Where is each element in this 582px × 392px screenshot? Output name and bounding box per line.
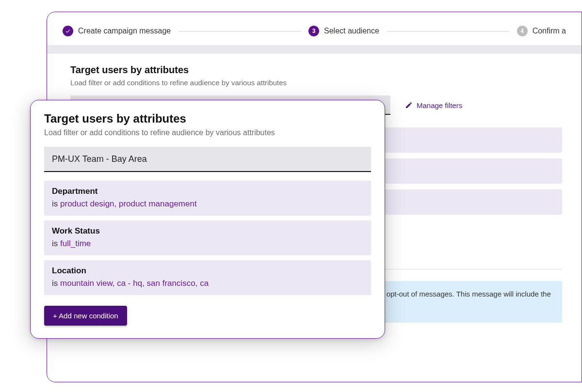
- modal-subtitle: Load filter or add conditions to refine …: [44, 128, 371, 137]
- step-4[interactable]: 4 Confirm a: [517, 26, 566, 36]
- add-condition-button[interactable]: + Add new condition: [44, 306, 127, 326]
- condition-op: is: [52, 199, 58, 208]
- condition-op: is: [52, 279, 58, 288]
- target-users-modal: Target users by attributes Load filter o…: [30, 100, 385, 339]
- condition-values: full_time: [60, 239, 91, 248]
- step-line: [387, 31, 509, 31]
- panel-title: Target users by attributes: [70, 64, 562, 76]
- condition-values: mountain view, ca - hq, san francisco, c…: [60, 279, 209, 288]
- condition-attr: Department: [52, 187, 363, 196]
- condition-row[interactable]: Department is product design, product ma…: [44, 181, 371, 216]
- condition-op: is: [52, 239, 58, 248]
- check-icon: [63, 26, 73, 36]
- modal-title: Target users by attributes: [44, 112, 371, 125]
- panel-subtitle: Load filter or add conditions to refine …: [70, 78, 562, 87]
- condition-attr: Work Status: [52, 226, 363, 236]
- condition-attr: Location: [52, 266, 363, 276]
- step-3-dot: 3: [308, 26, 319, 36]
- step-line: [178, 31, 301, 31]
- section-divider: [47, 45, 582, 54]
- step-3[interactable]: 3 Select audience: [308, 26, 379, 36]
- manage-filters-link[interactable]: Manage filters: [405, 101, 462, 110]
- step-4-dot: 4: [517, 26, 528, 36]
- step-1[interactable]: Create campaign message: [63, 26, 171, 36]
- step-4-label: Confirm a: [533, 27, 566, 35]
- pencil-icon: [405, 101, 413, 109]
- filter-name-input[interactable]: [44, 147, 371, 172]
- step-1-label: Create campaign message: [78, 27, 171, 35]
- step-3-label: Select audience: [324, 27, 379, 35]
- condition-row[interactable]: Location is mountain view, ca - hq, san …: [44, 260, 371, 295]
- manage-filters-label: Manage filters: [417, 101, 462, 110]
- condition-values: product design, product management: [60, 199, 197, 208]
- stepper: Create campaign message 3 Select audienc…: [47, 12, 582, 45]
- condition-row[interactable]: Work Status is full_time: [44, 220, 371, 255]
